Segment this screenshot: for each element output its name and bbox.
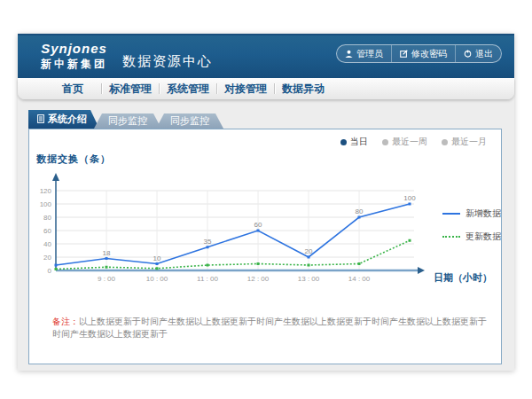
svg-text:120: 120	[40, 187, 52, 195]
chart-legend: 新增数据 更新数据	[442, 207, 501, 254]
user-actions: 管理员 修改密码 退出	[336, 44, 502, 63]
logout-button[interactable]: 退出	[455, 45, 501, 62]
legend-label: 更新数据	[466, 231, 501, 243]
app-window: Synjones 新中新集团 数据资源中心 管理员 修改密码 退出	[18, 34, 514, 371]
legend-label: 新增数据	[466, 207, 501, 220]
line-chart: 0204060801001209 : 0010 : 0011 : 0012 : …	[38, 168, 432, 286]
dotted-line-swatch-icon	[442, 236, 460, 238]
tab-sync-monitor-2[interactable]: 同步监控	[156, 113, 223, 129]
solid-line-swatch-icon	[442, 213, 460, 215]
content-panel: 当日 最近一周 最近一月 数据交换（条） 0204060801001209 : …	[28, 129, 502, 364]
svg-text:13 : 00: 13 : 00	[298, 275, 320, 283]
nav-item-standard-mgmt[interactable]: 标准管理	[102, 82, 159, 97]
range-filter-group: 当日 最近一周 最近一月	[340, 136, 487, 148]
x-axis-title: 日期（小时）	[434, 271, 492, 285]
logo-wordmark: Synjones	[41, 41, 107, 58]
svg-text:12 : 00: 12 : 00	[247, 275, 270, 283]
svg-text:20: 20	[305, 247, 313, 255]
user-button-label: 管理员	[356, 48, 383, 60]
edit-icon	[400, 50, 408, 58]
nav-item-home[interactable]: 首页	[44, 82, 101, 97]
tab-label: 同步监控	[108, 114, 147, 128]
tab-label: 同步监控	[170, 114, 209, 128]
footnote-label: 备注：	[52, 317, 79, 326]
svg-text:9 : 00: 9 : 00	[98, 275, 116, 283]
svg-text:40: 40	[43, 240, 51, 248]
svg-text:100: 100	[40, 200, 52, 208]
footnote: 备注：以上数据更新于时间产生数据以上数据更新于时间产生数据以上数据更新于时间产生…	[52, 316, 489, 340]
radio-selected-icon	[340, 139, 347, 145]
legend-item-new-data: 新增数据	[442, 207, 501, 220]
filter-last-month[interactable]: 最近一月	[442, 136, 487, 148]
svg-text:60: 60	[254, 221, 262, 229]
filter-label: 当日	[350, 136, 368, 148]
tab-sync-monitor-1[interactable]: 同步监控	[94, 113, 161, 129]
page-title: 数据资源中心	[122, 53, 213, 70]
legend-item-updated-data: 更新数据	[442, 231, 501, 243]
tab-label: 系统介绍	[48, 113, 87, 126]
user-button[interactable]: 管理员	[337, 45, 391, 62]
tab-system-intro[interactable]: 系统介绍	[28, 110, 99, 129]
change-password-label: 修改密码	[411, 48, 447, 60]
tab-bar: 系统介绍 同步监控 同步监控	[28, 110, 223, 129]
user-icon	[345, 50, 353, 58]
radio-unselected-icon	[382, 139, 388, 145]
nav-item-data-change[interactable]: 数据异动	[275, 82, 332, 97]
radio-unselected-icon	[442, 139, 448, 145]
y-axis-title: 数据交换（条）	[36, 153, 111, 166]
footnote-text: 以上数据更新于时间产生数据以上数据更新于时间产生数据以上数据更新于时间产生数据以…	[52, 317, 487, 339]
svg-text:35: 35	[204, 238, 212, 246]
main-nav: 首页 标准管理 系统管理 对接管理 数据异动	[18, 78, 514, 99]
filter-last-week[interactable]: 最近一周	[382, 136, 427, 148]
power-icon	[464, 50, 472, 58]
svg-text:80: 80	[43, 214, 51, 222]
logout-label: 退出	[475, 48, 493, 60]
logo-company-name: 新中新集团	[41, 58, 107, 71]
filter-label: 最近一月	[451, 136, 487, 148]
svg-text:11 : 00: 11 : 00	[197, 275, 218, 283]
document-icon	[37, 114, 44, 125]
app-header: Synjones 新中新集团 数据资源中心 管理员 修改密码 退出	[18, 34, 514, 78]
svg-text:80: 80	[356, 207, 364, 215]
svg-text:60: 60	[43, 227, 51, 235]
change-password-button[interactable]: 修改密码	[391, 45, 455, 62]
svg-text:14 : 00: 14 : 00	[348, 275, 371, 283]
nav-item-system-mgmt[interactable]: 系统管理	[160, 82, 216, 97]
svg-text:100: 100	[403, 194, 416, 202]
svg-text:10 : 00: 10 : 00	[146, 275, 168, 283]
nav-item-interface-mgmt[interactable]: 对接管理	[217, 82, 274, 97]
svg-text:20: 20	[43, 254, 51, 262]
filter-today[interactable]: 当日	[340, 136, 368, 148]
svg-text:10: 10	[153, 254, 161, 262]
svg-text:18: 18	[103, 249, 111, 257]
svg-text:0: 0	[48, 267, 52, 275]
logo: Synjones 新中新集团	[41, 41, 107, 71]
filter-label: 最近一周	[392, 136, 427, 148]
